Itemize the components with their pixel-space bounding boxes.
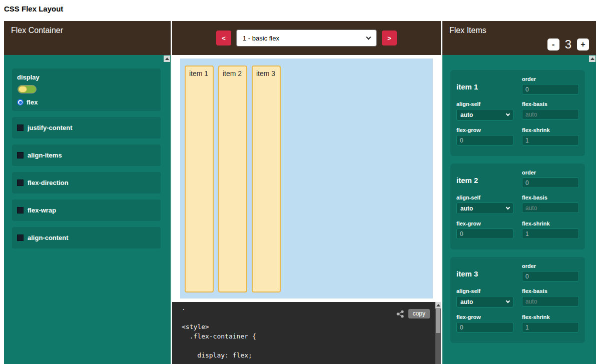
add-item-button[interactable]: + [577,38,589,50]
order-label: order [522,263,579,269]
scrollbar-thumb[interactable] [436,309,440,333]
justify-content-checkbox[interactable] [17,124,24,131]
flex-container-panel-body: display flex justify-content align [4,55,171,364]
preview-item-3: item 3 [252,66,281,292]
order-input[interactable] [522,178,579,188]
code-line [182,312,256,322]
item-card-title: item 2 [456,170,513,188]
flex-container-panel-header: Flex Container [4,21,171,55]
flex-wrap-checkbox[interactable] [17,207,24,214]
flex-basis-input[interactable] [522,202,579,213]
order-label: order [522,76,579,82]
chevron-down-icon [366,34,371,40]
align-self-value: auto [460,298,473,306]
item-3-card: item 3 order align-self auto flex-basis [450,257,585,343]
scroll-up-arrow-icon[interactable] [435,302,441,308]
example-select-value: 1 - basic flex [243,34,279,42]
align-self-field: align-self auto [456,194,513,214]
display-label: display [17,74,156,81]
align-self-value: auto [460,205,473,212]
flex-grow-field: flex-grow [456,220,513,239]
order-input[interactable] [522,84,579,94]
flex-shrink-input[interactable] [522,322,579,332]
flex-basis-label: flex-basis [522,288,579,294]
chevron-down-icon [506,299,510,303]
align-self-field: align-self auto [456,101,513,120]
align-content-group: align-content [12,227,161,248]
flex-grow-input[interactable] [456,228,513,239]
align-items-group: align-items [12,144,161,166]
align-self-field: align-self auto [456,288,513,308]
flex-shrink-label: flex-shrink [522,220,579,226]
flex-items-panel-header: Flex Items - 3 + [442,21,596,55]
flex-items-panel: Flex Items - 3 + item 1 order align-self [442,21,596,364]
order-field: order [522,170,579,188]
display-group: display flex [12,68,161,111]
share-icon[interactable] [396,310,404,318]
example-nav-bar: < 1 - basic flex > [172,21,441,55]
toggle-knob [19,86,27,92]
flex-basis-label: flex-basis [522,194,579,200]
flex-direction-checkbox[interactable] [17,180,24,186]
scroll-up-arrow-icon[interactable] [164,56,170,62]
code-line: . [182,303,256,312]
display-toggle[interactable] [18,85,37,94]
flex-basis-field: flex-basis [522,101,579,120]
align-self-value: auto [460,112,473,118]
flex-grow-field: flex-grow [456,314,513,332]
chevron-down-icon [506,206,510,210]
preview-item-1: item 1 [185,66,214,292]
flex-basis-input[interactable] [522,296,579,306]
example-select[interactable]: 1 - basic flex [236,30,377,46]
flex-shrink-label: flex-shrink [522,127,579,133]
flex-direction-label: flex-direction [28,179,69,186]
item-card-title: item 3 [456,263,513,282]
justify-content-group: justify-content [12,117,161,138]
item-2-card: item 2 order align-self auto flex-basis [450,164,585,250]
remove-item-button[interactable]: - [547,38,559,50]
code-line [182,341,256,350]
flex-shrink-input[interactable] [522,135,579,146]
page-title: CSS Flex Layout [4,4,63,13]
order-label: order [522,170,579,176]
copy-button[interactable]: copy [408,309,430,318]
flex-shrink-input[interactable] [522,228,579,239]
justify-content-label: justify-content [28,124,73,132]
align-self-select[interactable]: auto [456,109,513,120]
flex-basis-input[interactable] [522,109,579,120]
flex-grow-label: flex-grow [456,314,513,320]
code-scrollbar[interactable] [435,302,441,364]
next-example-button[interactable]: > [382,30,397,46]
prev-example-button[interactable]: < [216,30,231,46]
flex-grow-label: flex-grow [456,220,513,226]
align-self-label: align-self [456,194,513,200]
item-count: 3 [565,38,571,52]
code-line: .flex-container { [182,332,256,341]
flex-basis-field: flex-basis [522,194,579,214]
flex-radio-label: flex [27,98,38,106]
scroll-up-arrow-icon[interactable] [589,56,595,62]
chevron-down-icon [506,112,510,116]
align-content-checkbox[interactable] [17,234,24,241]
align-self-select[interactable]: auto [456,296,513,308]
flex-grow-input[interactable] [456,322,513,332]
flex-items-panel-body: item 1 order align-self auto flex-basis [442,55,596,364]
flex-basis-field: flex-basis [522,288,579,308]
flex-grow-input[interactable] [456,135,513,146]
flex-basis-label: flex-basis [522,101,579,107]
code-panel: . <style> .flex-container { display: fle… [172,302,441,364]
preview-item-2: item 2 [218,66,247,292]
flex-radio[interactable] [17,99,24,106]
align-content-label: align-content [28,234,69,242]
flex-shrink-label: flex-shrink [522,314,579,320]
code-block: . <style> .flex-container { display: fle… [182,303,256,360]
code-line: <style> [182,322,256,332]
align-self-label: align-self [456,101,513,107]
flex-items-title: Flex Items [449,26,486,34]
align-items-label: align-items [28,152,62,159]
order-input[interactable] [522,271,579,282]
flex-preview-container: item 1 item 2 item 3 [180,58,433,298]
align-items-checkbox[interactable] [17,152,24,158]
align-self-select[interactable]: auto [456,202,513,214]
flex-wrap-label: flex-wrap [28,206,56,214]
